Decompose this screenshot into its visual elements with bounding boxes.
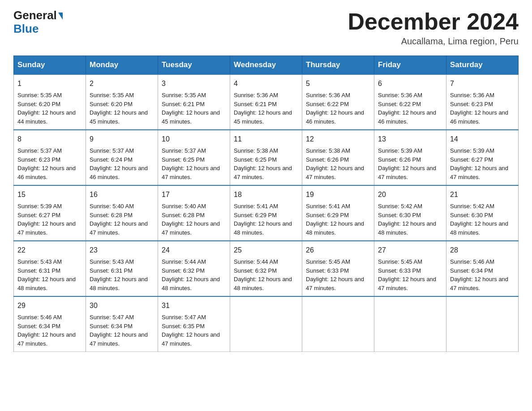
sunset-info: Sunset: 6:28 PM — [162, 212, 205, 218]
sunset-info: Sunset: 6:20 PM — [17, 101, 60, 107]
daylight-info: Daylight: 12 hours and 48 minutes. — [17, 276, 76, 291]
calendar-week-row: 1 Sunrise: 5:35 AM Sunset: 6:20 PM Dayli… — [14, 74, 519, 130]
sunrise-info: Sunrise: 5:39 AM — [17, 203, 62, 210]
calendar-cell: 6 Sunrise: 5:36 AM Sunset: 6:22 PM Dayli… — [374, 74, 446, 130]
calendar-cell: 13 Sunrise: 5:39 AM Sunset: 6:26 PM Dayl… — [374, 130, 446, 185]
day-number: 31 — [162, 300, 226, 311]
calendar-cell: 22 Sunrise: 5:43 AM Sunset: 6:31 PM Dayl… — [14, 241, 86, 296]
day-number: 10 — [162, 134, 226, 145]
day-number: 13 — [378, 134, 442, 145]
sunset-info: Sunset: 6:33 PM — [378, 267, 421, 274]
sunrise-info: Sunrise: 5:36 AM — [378, 92, 422, 98]
sunset-info: Sunset: 6:29 PM — [234, 212, 277, 218]
day-number: 16 — [90, 189, 154, 200]
calendar-cell: 8 Sunrise: 5:37 AM Sunset: 6:23 PM Dayli… — [14, 130, 86, 185]
sunrise-info: Sunrise: 5:45 AM — [378, 258, 422, 265]
sunset-info: Sunset: 6:22 PM — [378, 101, 421, 107]
day-number: 12 — [306, 134, 370, 145]
calendar-cell: 23 Sunrise: 5:43 AM Sunset: 6:31 PM Dayl… — [86, 241, 158, 296]
day-number: 7 — [450, 78, 515, 89]
day-number: 19 — [306, 189, 370, 200]
day-number: 4 — [234, 78, 298, 89]
sunset-info: Sunset: 6:31 PM — [90, 267, 133, 274]
sunset-info: Sunset: 6:31 PM — [17, 267, 60, 274]
day-number: 28 — [450, 245, 515, 256]
sunrise-info: Sunrise: 5:46 AM — [17, 314, 62, 321]
calendar-cell: 17 Sunrise: 5:40 AM Sunset: 6:28 PM Dayl… — [158, 185, 230, 241]
daylight-info: Daylight: 12 hours and 46 minutes. — [17, 165, 76, 180]
day-number: 20 — [378, 189, 442, 200]
daylight-info: Daylight: 12 hours and 48 minutes. — [234, 220, 292, 236]
calendar-cell: 4 Sunrise: 5:36 AM Sunset: 6:21 PM Dayli… — [230, 74, 302, 130]
sunrise-info: Sunrise: 5:36 AM — [234, 92, 278, 98]
sunset-info: Sunset: 6:32 PM — [162, 267, 205, 274]
weekday-header-friday: Friday — [374, 56, 446, 75]
logo-line2: Blue — [13, 22, 39, 36]
calendar-cell: 30 Sunrise: 5:47 AM Sunset: 6:34 PM Dayl… — [86, 296, 158, 352]
daylight-info: Daylight: 12 hours and 46 minutes. — [306, 109, 364, 125]
daylight-info: Daylight: 12 hours and 48 minutes. — [162, 276, 220, 291]
sunrise-info: Sunrise: 5:47 AM — [90, 314, 134, 321]
calendar-week-row: 29 Sunrise: 5:46 AM Sunset: 6:34 PM Dayl… — [14, 296, 519, 352]
weekday-header-wednesday: Wednesday — [230, 56, 302, 75]
sunrise-info: Sunrise: 5:37 AM — [162, 147, 206, 154]
sunrise-info: Sunrise: 5:46 AM — [450, 258, 494, 265]
daylight-info: Daylight: 12 hours and 45 minutes. — [234, 109, 292, 125]
sunset-info: Sunset: 6:26 PM — [378, 156, 421, 163]
calendar-cell: 24 Sunrise: 5:44 AM Sunset: 6:32 PM Dayl… — [158, 241, 230, 296]
sunrise-info: Sunrise: 5:40 AM — [90, 203, 134, 210]
day-number: 17 — [162, 189, 226, 200]
day-number: 1 — [17, 78, 82, 89]
calendar-cell — [230, 296, 302, 352]
sunset-info: Sunset: 6:24 PM — [90, 156, 133, 163]
daylight-info: Daylight: 12 hours and 47 minutes. — [306, 276, 364, 291]
daylight-info: Daylight: 12 hours and 47 minutes. — [162, 331, 220, 347]
sunrise-info: Sunrise: 5:37 AM — [90, 147, 134, 154]
daylight-info: Daylight: 12 hours and 47 minutes. — [17, 220, 76, 236]
day-number: 15 — [17, 189, 82, 200]
daylight-info: Daylight: 12 hours and 45 minutes. — [162, 109, 220, 125]
daylight-info: Daylight: 12 hours and 48 minutes. — [234, 276, 292, 291]
day-number: 2 — [90, 78, 154, 89]
day-number: 8 — [17, 134, 82, 145]
sunset-info: Sunset: 6:27 PM — [450, 156, 493, 163]
day-number: 18 — [234, 189, 298, 200]
sunset-info: Sunset: 6:21 PM — [234, 101, 277, 107]
sunset-info: Sunset: 6:30 PM — [378, 212, 421, 218]
calendar-cell: 11 Sunrise: 5:38 AM Sunset: 6:25 PM Dayl… — [230, 130, 302, 185]
calendar-title: December 2024 — [348, 9, 519, 34]
sunrise-info: Sunrise: 5:38 AM — [234, 147, 278, 154]
day-number: 6 — [378, 78, 442, 89]
daylight-info: Daylight: 12 hours and 47 minutes. — [378, 165, 436, 180]
calendar-table: SundayMondayTuesdayWednesdayThursdayFrid… — [13, 56, 519, 352]
daylight-info: Daylight: 12 hours and 47 minutes. — [234, 165, 292, 180]
logo: General Blue — [13, 9, 63, 36]
calendar-cell: 3 Sunrise: 5:35 AM Sunset: 6:21 PM Dayli… — [158, 74, 230, 130]
day-number: 29 — [17, 300, 82, 311]
daylight-info: Daylight: 12 hours and 48 minutes. — [450, 220, 508, 236]
calendar-cell — [374, 296, 446, 352]
sunrise-info: Sunrise: 5:35 AM — [90, 92, 134, 98]
sunrise-info: Sunrise: 5:44 AM — [162, 258, 206, 265]
sunset-info: Sunset: 6:25 PM — [162, 156, 205, 163]
calendar-cell: 14 Sunrise: 5:39 AM Sunset: 6:27 PM Dayl… — [446, 130, 519, 185]
calendar-cell: 1 Sunrise: 5:35 AM Sunset: 6:20 PM Dayli… — [14, 74, 86, 130]
daylight-info: Daylight: 12 hours and 47 minutes. — [450, 165, 508, 180]
sunrise-info: Sunrise: 5:39 AM — [450, 147, 494, 154]
day-number: 24 — [162, 245, 226, 256]
calendar-cell: 29 Sunrise: 5:46 AM Sunset: 6:34 PM Dayl… — [14, 296, 86, 352]
calendar-cell: 21 Sunrise: 5:42 AM Sunset: 6:30 PM Dayl… — [446, 185, 519, 241]
weekday-header-thursday: Thursday — [302, 56, 374, 75]
sunset-info: Sunset: 6:32 PM — [234, 267, 277, 274]
sunrise-info: Sunrise: 5:43 AM — [17, 258, 62, 265]
sunset-info: Sunset: 6:28 PM — [90, 212, 133, 218]
daylight-info: Daylight: 12 hours and 46 minutes. — [90, 165, 148, 180]
calendar-cell: 15 Sunrise: 5:39 AM Sunset: 6:27 PM Dayl… — [14, 185, 86, 241]
daylight-info: Daylight: 12 hours and 47 minutes. — [306, 165, 364, 180]
sunset-info: Sunset: 6:30 PM — [450, 212, 493, 218]
day-number: 27 — [378, 245, 442, 256]
calendar-cell — [302, 296, 374, 352]
sunrise-info: Sunrise: 5:42 AM — [450, 203, 494, 210]
calendar-cell: 16 Sunrise: 5:40 AM Sunset: 6:28 PM Dayl… — [86, 185, 158, 241]
sunrise-info: Sunrise: 5:38 AM — [306, 147, 350, 154]
